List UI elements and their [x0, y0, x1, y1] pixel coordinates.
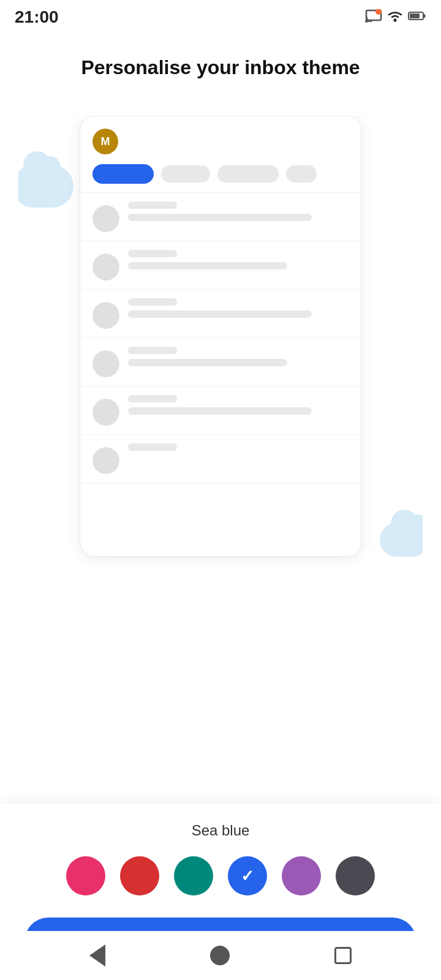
- tab-bar: [92, 164, 349, 184]
- inbox-card-header: M: [80, 116, 361, 193]
- color-selector-row: [24, 856, 417, 895]
- skeleton-subject: [128, 214, 312, 221]
- page-title: Personalise your inbox theme: [81, 56, 360, 79]
- skeleton-sender: [128, 443, 177, 451]
- list-item-avatar: [92, 350, 119, 377]
- color-option-green[interactable]: [174, 856, 213, 895]
- list-item-content: [128, 298, 349, 318]
- color-option-pink[interactable]: [66, 856, 105, 895]
- svg-rect-5: [424, 14, 426, 18]
- list-item-avatar: [92, 399, 119, 426]
- skeleton-subject: [128, 311, 312, 318]
- tab-active: [92, 164, 154, 184]
- tab-inactive-1: [161, 165, 210, 183]
- skeleton-sender: [128, 347, 177, 354]
- cast-icon: [365, 9, 382, 25]
- status-bar: 21:00: [0, 0, 441, 32]
- list-item-content: [128, 347, 349, 366]
- list-item-content: [128, 395, 349, 415]
- svg-point-1: [365, 20, 368, 23]
- skeleton-sender: [128, 202, 177, 209]
- color-option-dark[interactable]: [336, 856, 375, 895]
- recent-apps-button[interactable]: [334, 947, 352, 964]
- skeleton-subject: [128, 407, 312, 415]
- home-button[interactable]: [210, 946, 230, 965]
- list-item-avatar: [92, 254, 119, 281]
- color-option-purple[interactable]: [282, 856, 321, 895]
- skeleton-subject: [128, 262, 287, 270]
- tab-inactive-3: [286, 165, 317, 183]
- skeleton-sender: [128, 298, 177, 306]
- list-item: [80, 241, 361, 290]
- list-item: [80, 435, 361, 483]
- list-item-avatar: [92, 205, 119, 232]
- wifi-icon: [387, 10, 403, 24]
- preview-area: M: [18, 116, 423, 618]
- list-item: [80, 338, 361, 386]
- navigation-bar: [0, 931, 441, 980]
- list-item-content: [128, 443, 349, 451]
- inbox-preview-card: M: [80, 116, 361, 557]
- list-item-content: [128, 250, 349, 270]
- color-option-blue[interactable]: [228, 856, 267, 895]
- svg-point-3: [394, 19, 397, 22]
- skeleton-sender: [128, 250, 177, 257]
- list-item-avatar: [92, 302, 119, 329]
- svg-rect-6: [410, 13, 420, 18]
- back-button[interactable]: [89, 944, 105, 967]
- list-item: [80, 290, 361, 338]
- cloud-left-decoration: [18, 165, 74, 208]
- theme-name-label: Sea blue: [24, 822, 417, 839]
- cloud-right-decoration: [380, 523, 423, 557]
- tab-inactive-2: [217, 165, 279, 183]
- list-item: [80, 193, 361, 241]
- skeleton-sender: [128, 395, 177, 402]
- list-item: [80, 386, 361, 435]
- avatar: M: [92, 129, 118, 154]
- inbox-list: [80, 193, 361, 483]
- battery-icon: [408, 10, 426, 24]
- list-item-avatar: [92, 447, 119, 474]
- list-item-content: [128, 202, 349, 221]
- status-time: 21:00: [15, 7, 59, 27]
- color-option-red[interactable]: [120, 856, 159, 895]
- status-icons: [365, 9, 426, 25]
- skeleton-subject: [128, 359, 287, 366]
- main-content: Personalise your inbox theme M: [0, 32, 441, 618]
